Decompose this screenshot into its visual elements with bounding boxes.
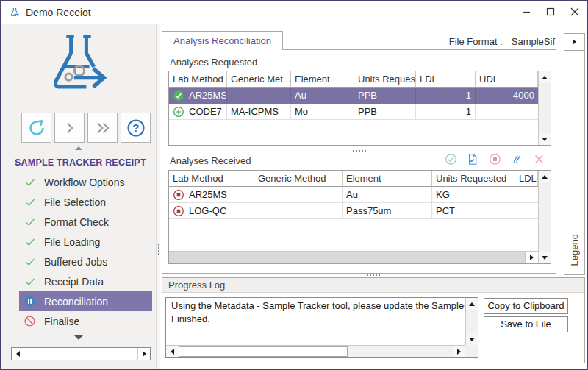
x-icon xyxy=(533,153,545,166)
horizontal-scrollbar[interactable] xyxy=(166,345,465,357)
step-label: Finalise xyxy=(44,316,79,327)
step-forward-button[interactable] xyxy=(54,113,85,143)
step-reconciliation[interactable]: Reconciliation xyxy=(19,291,152,311)
column-header[interactable]: Element xyxy=(343,171,432,186)
copy-to-clipboard-button[interactable]: Copy to Clipboard xyxy=(484,298,568,314)
minimize-button[interactable] xyxy=(514,1,538,22)
file-format: File Format :SampleSif xyxy=(449,36,555,47)
progress-splitter[interactable] xyxy=(162,274,585,276)
step-format-check[interactable]: Format Check xyxy=(19,212,152,232)
progress-log-section: Progress Log Using the Metadata - Sample… xyxy=(162,277,585,363)
progress-log-output[interactable]: Using the Metadata - Sample Tracker tool… xyxy=(165,297,478,358)
flask-logo-icon xyxy=(42,31,115,106)
main-panel: Analysis Reconciliation File Format :Sam… xyxy=(160,24,587,369)
column-header[interactable]: Units Requested xyxy=(432,171,515,186)
step-label: Buffered Jobs xyxy=(44,256,107,268)
scroll-down-button[interactable] xyxy=(539,133,551,145)
tables-splitter[interactable] xyxy=(162,150,556,152)
step-workflow-options[interactable]: Workflow Options xyxy=(19,172,152,192)
column-header[interactable]: LDL xyxy=(515,171,538,186)
check-circle-icon xyxy=(173,90,184,102)
triangle-up-icon xyxy=(75,146,82,150)
units-cell: PCT xyxy=(432,203,515,218)
units-cell: PPB xyxy=(354,104,416,119)
column-header[interactable]: Element xyxy=(291,71,354,87)
collapse-toolbar-button[interactable] xyxy=(1,146,156,150)
collapse-steps-button[interactable] xyxy=(1,335,156,340)
generic-method-cell xyxy=(227,88,291,103)
chevron-right-icon xyxy=(60,118,79,138)
legend-label[interactable]: Legend xyxy=(569,234,580,266)
element-cell: Au xyxy=(291,88,354,103)
check-icon xyxy=(24,275,36,288)
help-button[interactable]: ? xyxy=(121,113,151,143)
scroll-up-button[interactable] xyxy=(539,171,551,182)
step-label: File Selection xyxy=(44,196,106,208)
column-header[interactable]: Lab Method xyxy=(169,171,254,186)
table-row[interactable]: AR25MS Au KG xyxy=(169,187,538,203)
table-header-row: Lab Method Generic Method Element Units … xyxy=(169,171,538,187)
scrollbar-thumb[interactable] xyxy=(179,346,348,357)
save-to-file-button[interactable]: Save to File xyxy=(484,316,568,332)
table-row[interactable]: CODE7 MA-ICPMS Mo PPB 1 xyxy=(169,104,538,120)
table-row[interactable]: AR25MS Au PPB 1 4000 xyxy=(169,88,538,104)
empty-rows xyxy=(169,219,538,251)
scroll-up-button[interactable] xyxy=(539,71,551,83)
tab-analysis-reconciliation[interactable]: Analysis Reconciliation xyxy=(162,31,283,50)
scroll-left-button[interactable] xyxy=(12,348,24,360)
column-header[interactable]: UDL xyxy=(476,71,538,87)
analyses-requested-title: Analyses Requested xyxy=(170,57,257,68)
triangle-up-icon xyxy=(469,302,475,306)
double-pen-icon xyxy=(511,153,523,166)
column-header[interactable]: Lab Method xyxy=(169,71,227,87)
maximize-button[interactable] xyxy=(538,1,562,22)
scroll-left-button[interactable] xyxy=(166,346,179,357)
lab-method-cell: LOG-QC xyxy=(169,203,254,218)
legend-expand-button[interactable] xyxy=(564,34,584,51)
vertical-scrollbar[interactable] xyxy=(538,71,551,145)
close-button[interactable] xyxy=(562,1,587,22)
workflow-heading: SAMPLE TRACKER RECEIPT xyxy=(15,157,146,168)
maximize-icon xyxy=(546,7,555,16)
run-all-button[interactable] xyxy=(87,113,118,143)
units-cell: PPB xyxy=(354,88,416,103)
window-title: Demo Receiot xyxy=(26,7,91,18)
log-line: Using the Metadata - Sample Tracker tool… xyxy=(171,299,460,313)
step-receipt-data[interactable]: Receipt Data xyxy=(19,271,152,291)
table-row[interactable]: LOG-QC Pass75um PCT xyxy=(169,203,538,219)
triangle-left-icon xyxy=(16,351,20,357)
sidebar-horizontal-scrollbar[interactable] xyxy=(11,347,151,360)
scroll-right-button[interactable] xyxy=(525,252,538,263)
question-icon: ? xyxy=(126,118,146,138)
scroll-right-button[interactable] xyxy=(137,348,150,360)
scroll-down-button[interactable] xyxy=(539,252,551,263)
step-file-loading[interactable]: File Loading xyxy=(19,232,152,252)
stop-match-button[interactable] xyxy=(489,153,501,166)
scrollbar-corner xyxy=(465,345,478,357)
column-header[interactable]: Generic Method xyxy=(254,171,343,186)
pause-icon xyxy=(24,295,36,307)
vertical-scrollbar[interactable] xyxy=(465,298,478,345)
reconciliation-panel: Analyses Requested Lab Method Generic Me… xyxy=(162,49,556,274)
step-buffered-jobs[interactable]: Buffered Jobs xyxy=(19,252,152,271)
scroll-down-button[interactable] xyxy=(466,333,478,345)
step-finalise[interactable]: Finalise xyxy=(19,311,152,331)
vertical-scrollbar[interactable] xyxy=(538,171,551,263)
check-icon xyxy=(24,255,36,268)
close-icon xyxy=(570,7,579,16)
match-analyses-button[interactable] xyxy=(511,153,523,166)
column-header[interactable]: Units Reques... xyxy=(354,71,416,87)
column-header[interactable]: Generic Met... xyxy=(227,71,291,87)
triangle-down-icon xyxy=(542,138,548,141)
accept-match-button[interactable] xyxy=(445,153,457,166)
reset-button[interactable] xyxy=(21,113,51,143)
step-file-selection[interactable]: File Selection xyxy=(19,192,152,212)
horizontal-scrollbar[interactable] xyxy=(169,251,538,263)
column-header[interactable]: LDL xyxy=(416,71,476,87)
scroll-up-button[interactable] xyxy=(466,298,478,310)
element-cell: Pass75um xyxy=(343,203,432,218)
triangle-right-icon xyxy=(143,351,146,357)
delete-match-button[interactable] xyxy=(533,153,545,166)
scroll-right-button[interactable] xyxy=(453,346,465,357)
edit-document-button[interactable] xyxy=(467,153,479,166)
